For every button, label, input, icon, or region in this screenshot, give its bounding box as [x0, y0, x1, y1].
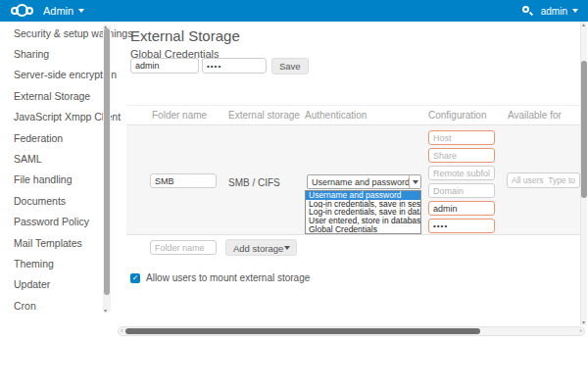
config-username-input[interactable] [428, 201, 495, 216]
logo-circle [16, 4, 28, 17]
available-for-input[interactable] [507, 172, 580, 188]
folder-name-input[interactable] [150, 173, 217, 188]
config-share-input[interactable] [428, 148, 495, 163]
top-header-bar: Admin admin [0, 0, 588, 22]
sidebar-item-javascript-xmpp-client[interactable]: JavaScript Xmpp Client [0, 107, 102, 127]
config-host-input[interactable] [428, 130, 495, 145]
horizontal-scrollbar-thumb[interactable] [125, 328, 480, 334]
app-menu-button[interactable]: Admin [43, 0, 84, 22]
global-credentials-password-input[interactable] [202, 58, 267, 74]
config-remote-subfolder-input[interactable] [428, 166, 495, 180]
sidebar-item-federation[interactable]: Federation [0, 127, 102, 148]
col-header-authentication: Authentication [305, 110, 367, 121]
add-storage-select[interactable]: Add storage [225, 239, 297, 256]
sidebar-item-password-policy[interactable]: Password Policy [0, 212, 102, 232]
sidebar-item-external-storage[interactable]: External Storage [0, 85, 102, 106]
sidebar-item-updater[interactable]: Updater [0, 274, 102, 295]
sidebar-item-documents[interactable]: Documents [0, 190, 102, 211]
add-storage-row: Add storage [126, 235, 581, 260]
sidebar-item-saml[interactable]: SAML [0, 148, 102, 169]
sidebar-item-server-side-encryption[interactable]: Server-side encryption [0, 65, 102, 85]
app-menu-label: Admin [43, 5, 74, 17]
nextcloud-logo-icon [11, 4, 33, 17]
col-header-folder-name: Folder name [152, 110, 207, 121]
select-caret-icon[interactable] [409, 175, 420, 188]
sidebar-scrollbar-thumb[interactable] [104, 28, 110, 295]
sidebar-item-theming[interactable]: Theming [0, 253, 102, 273]
auth-option-login-session[interactable]: Log-in credentials, save in session [306, 200, 420, 209]
search-icon[interactable] [521, 5, 533, 17]
settings-sidebar: Security & setup warnings Sharing Server… [0, 22, 102, 316]
horizontal-scrollbar[interactable]: ‹ › [118, 326, 585, 336]
add-storage-label: Add storage [233, 243, 283, 254]
col-header-external-storage: External storage [228, 110, 300, 121]
auth-option-global-credentials[interactable]: Global Credentials [306, 225, 420, 234]
sidebar-scrollbar[interactable]: ▴ ▾ [103, 24, 111, 313]
col-header-configuration: Configuration [428, 110, 486, 121]
user-menu-label: admin [541, 6, 567, 17]
caret-down-icon [572, 9, 578, 13]
allow-mount-checkbox[interactable]: ✓ [130, 273, 140, 283]
save-button[interactable]: Save [271, 58, 309, 74]
config-password-input[interactable] [428, 219, 495, 233]
authentication-select[interactable]: Username and password [307, 174, 421, 189]
col-header-available-for: Available for [508, 110, 562, 121]
page-title: External Storage [130, 27, 240, 44]
caret-down-icon [284, 246, 290, 250]
vertical-scrollbar[interactable]: ▴ ▾ [580, 22, 587, 325]
authentication-dropdown-list: Username and password Log-in credentials… [305, 190, 421, 234]
sidebar-item-cron[interactable]: Cron [0, 295, 102, 316]
scroll-down-icon[interactable]: ▾ [104, 308, 107, 314]
auth-option-login-database[interactable]: Log-in credentials, save in database [306, 208, 420, 217]
vertical-scrollbar-thumb[interactable] [581, 61, 587, 198]
authentication-selected-value: Username and password [312, 177, 410, 187]
scroll-down-icon[interactable]: ▾ [582, 319, 585, 325]
table-header-row: Folder name External storage Authenticat… [126, 105, 581, 125]
allow-mount-row: ✓ Allow users to mount external storage [130, 272, 310, 283]
scroll-up-icon[interactable]: ▴ [582, 22, 585, 27]
sidebar-item-mail-templates[interactable]: Mail Templates [0, 232, 102, 253]
external-storage-table: Folder name External storage Authenticat… [126, 105, 581, 260]
scroll-left-icon[interactable]: ‹ [121, 327, 123, 335]
config-domain-input[interactable] [428, 183, 495, 198]
storage-type-label: SMB / CIFS [228, 177, 280, 188]
allow-mount-label: Allow users to mount external storage [146, 272, 310, 283]
auth-option-username-password[interactable]: Username and password [306, 191, 420, 200]
sidebar-item-security-setup-warnings[interactable]: Security & setup warnings [0, 23, 102, 43]
auth-option-user-entered-database[interactable]: User entered, store in database [306, 217, 420, 225]
caret-down-icon [78, 9, 84, 13]
new-folder-name-input[interactable] [150, 240, 217, 255]
sidebar-item-file-handling[interactable]: File handling [0, 170, 102, 190]
user-menu-button[interactable]: admin [541, 0, 578, 22]
global-credentials-username-input[interactable] [130, 58, 199, 74]
sidebar-item-sharing[interactable]: Sharing [0, 43, 102, 64]
scroll-right-icon[interactable]: › [579, 327, 582, 335]
